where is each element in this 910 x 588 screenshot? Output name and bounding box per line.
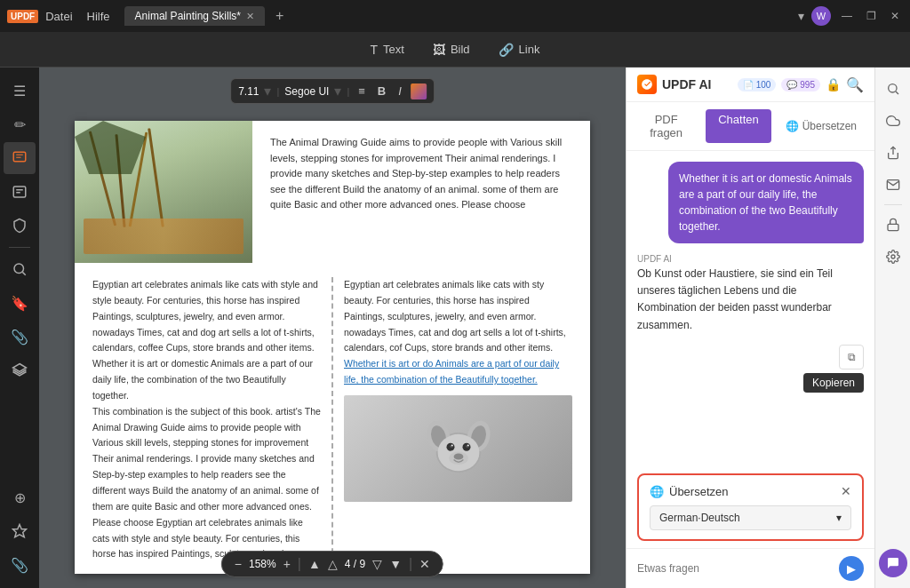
right-icon-chat[interactable] bbox=[879, 549, 907, 577]
avatar[interactable]: W bbox=[811, 6, 831, 26]
translate-title: 🌐 Übersetzen bbox=[650, 485, 728, 498]
pdf-page: The Animal Drawing Guide aims to provide… bbox=[75, 121, 590, 574]
ai-title-text: UPDF AI bbox=[662, 77, 711, 91]
pdf-content-area: 7.11 ▾ | Segoe UI ▾ | ≡ B I bbox=[39, 68, 626, 588]
dog-image bbox=[344, 395, 572, 502]
toolbar-close-button[interactable]: ✕ bbox=[419, 557, 430, 571]
right-icon-settings[interactable] bbox=[879, 242, 907, 271]
assistant-message: Ob Kunst oder Haustiere, sie sind ein Te… bbox=[637, 266, 842, 334]
svg-marker-9 bbox=[13, 525, 27, 537]
ai-logo-icon bbox=[637, 75, 657, 94]
translate-widget-header: 🌐 Übersetzen ✕ bbox=[650, 484, 851, 498]
ai-tabs-bar: PDF fragen Chatten 🌐 Übersetzen bbox=[627, 102, 874, 151]
sidebar-icon-form[interactable] bbox=[4, 176, 36, 208]
pdf-credit-badge: 📄 100 bbox=[738, 78, 777, 91]
send-icon: ▶ bbox=[847, 562, 856, 576]
tab-pdf-fragen[interactable]: PDF fragen bbox=[634, 106, 698, 147]
sidebar-icon-clip[interactable]: 📎 bbox=[4, 549, 36, 581]
page-right-text-content: The Animal Drawing Guide aims to provide… bbox=[270, 137, 562, 210]
translate-title-text: Übersetzen bbox=[669, 485, 728, 498]
active-tab[interactable]: Animal Painting Skills* ✕ bbox=[124, 6, 265, 26]
logo-box: UPDF bbox=[7, 10, 38, 23]
ai-panel: UPDF AI 📄 100 💬 995 🔒 🔍 PDF fragen bbox=[626, 68, 874, 588]
nav-prev-button[interactable]: ▲ bbox=[308, 557, 321, 571]
right-icon-share[interactable] bbox=[879, 139, 907, 167]
main-toolbar: T Text 🖼 Bild 🔗 Link bbox=[0, 32, 910, 68]
kopieren-popup: Kopieren bbox=[803, 373, 864, 393]
restore-button[interactable]: ❐ bbox=[863, 10, 880, 22]
sidebar-icon-edit[interactable]: ✏ bbox=[4, 108, 36, 140]
copy-button[interactable]: ⧉ bbox=[839, 345, 864, 369]
color-swatch[interactable] bbox=[411, 83, 427, 99]
svg-point-28 bbox=[891, 255, 895, 258]
toolbar-link-label: Link bbox=[519, 43, 540, 56]
sidebar-icon-add[interactable]: ⊕ bbox=[4, 481, 36, 513]
assistant-response: UPDF AI Ob Kunst oder Haustiere, sie sin… bbox=[637, 254, 864, 334]
sidebar-icon-star[interactable] bbox=[4, 515, 36, 547]
bold-button[interactable]: B bbox=[374, 83, 389, 99]
assistant-label: UPDF AI bbox=[637, 254, 864, 264]
text-icon: T bbox=[371, 43, 379, 57]
sidebar-icon-find[interactable] bbox=[4, 253, 36, 285]
tab-translate[interactable]: 🌐 Übersetzen bbox=[775, 113, 867, 139]
send-button[interactable]: ▶ bbox=[839, 556, 864, 581]
minimize-button[interactable]: — bbox=[838, 10, 856, 22]
sidebar-icon-layers[interactable] bbox=[4, 354, 36, 386]
toolbar-image[interactable]: 🖼 Bild bbox=[433, 43, 470, 57]
italic-button[interactable]: I bbox=[395, 83, 405, 99]
right-icon-email[interactable] bbox=[879, 171, 907, 199]
svg-point-21 bbox=[467, 444, 468, 446]
tab-label: Animal Painting Skills* bbox=[135, 10, 241, 22]
zoom-in-button[interactable]: + bbox=[283, 557, 291, 571]
bottom-toolbar: − 158% + | ▲ △ 4 / 9 ▽ ▼ | ✕ bbox=[221, 551, 443, 577]
sidebar-icon-comment[interactable] bbox=[4, 142, 36, 174]
nav-last-button[interactable]: ▽ bbox=[372, 557, 382, 571]
nav-first-button[interactable]: △ bbox=[328, 557, 338, 571]
font-size-value: 7.11 bbox=[238, 85, 259, 98]
tab-chatten[interactable]: Chatten bbox=[706, 109, 770, 143]
page-right-text: The Animal Drawing Guide aims to provide… bbox=[252, 121, 590, 263]
zoom-out-button[interactable]: − bbox=[235, 557, 242, 571]
nav-next-button[interactable]: ▼ bbox=[389, 557, 402, 571]
sidebar-icon-attachment[interactable]: 📎 bbox=[4, 321, 36, 353]
add-tab-button[interactable]: + bbox=[275, 8, 283, 24]
menu-datei[interactable]: Datei bbox=[45, 10, 72, 23]
sidebar-icon-protect[interactable] bbox=[4, 210, 36, 242]
page-top-area: The Animal Drawing Guide aims to provide… bbox=[75, 121, 590, 263]
toolbar-text[interactable]: T Text bbox=[371, 43, 404, 57]
translate-close-button[interactable]: ✕ bbox=[841, 484, 851, 498]
pdf-credit-count: 100 bbox=[756, 80, 771, 90]
ai-input-field[interactable] bbox=[637, 562, 834, 575]
sidebar-icon-bookmark[interactable]: 🔖 bbox=[4, 287, 36, 319]
menu-hilfe[interactable]: Hilfe bbox=[87, 10, 110, 23]
sidebar-divider bbox=[9, 247, 30, 248]
language-chevron-icon: ▾ bbox=[836, 512, 842, 524]
close-button[interactable]: ✕ bbox=[887, 10, 903, 22]
page-image bbox=[75, 121, 252, 263]
right-col: Egyptian art celebrates animals like cat… bbox=[331, 277, 572, 562]
translate-globe-icon: 🌐 bbox=[650, 485, 664, 498]
copy-area: ⧉ Kopieren bbox=[637, 345, 864, 393]
search-icon[interactable]: 🔍 bbox=[846, 76, 864, 93]
right-icon-search[interactable] bbox=[879, 75, 907, 103]
svg-rect-27 bbox=[888, 224, 898, 230]
right-col-text: Egyptian art celebrates animals like cat… bbox=[344, 279, 566, 385]
sidebar-icon-pages[interactable]: ☰ bbox=[4, 75, 36, 107]
right-icon-cloud[interactable] bbox=[879, 107, 907, 135]
copy-icon: ⧉ bbox=[848, 351, 856, 363]
page-indicator: 4 / 9 bbox=[345, 558, 365, 570]
chevron-down-icon[interactable]: ▾ bbox=[798, 9, 804, 23]
translate-icon: 🌐 bbox=[786, 120, 799, 132]
language-selector[interactable]: German·Deutsch ▾ bbox=[650, 505, 851, 530]
tab-close-icon[interactable]: ✕ bbox=[246, 11, 254, 22]
pdf-icon: 📄 bbox=[743, 80, 754, 90]
align-icon[interactable]: ≡ bbox=[355, 83, 369, 99]
link-icon: 🔗 bbox=[499, 43, 514, 57]
toolbar-link[interactable]: 🔗 Link bbox=[499, 43, 540, 57]
ai-header: UPDF AI 📄 100 💬 995 🔒 🔍 bbox=[627, 68, 874, 102]
svg-line-25 bbox=[896, 91, 898, 94]
right-sidebar bbox=[874, 68, 910, 588]
ai-credits: 📄 100 💬 995 🔒 🔍 bbox=[738, 76, 864, 93]
right-icon-lock[interactable] bbox=[879, 211, 907, 239]
svg-rect-0 bbox=[13, 152, 26, 162]
